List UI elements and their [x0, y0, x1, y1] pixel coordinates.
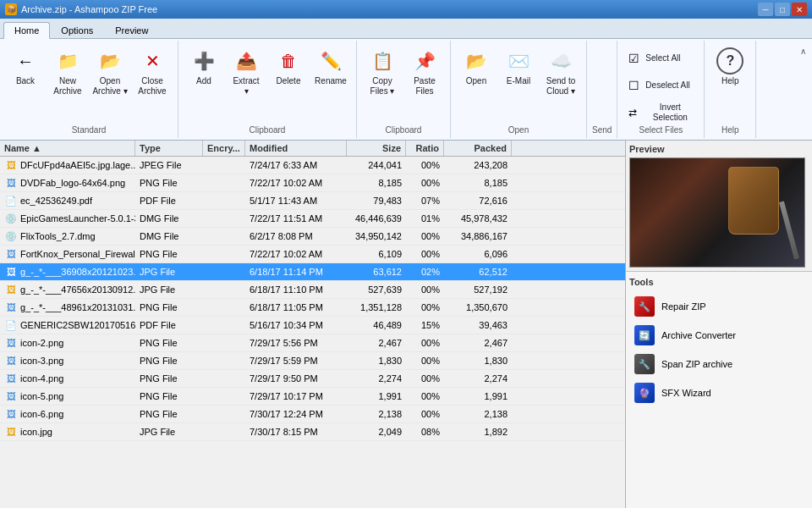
close-archive-button[interactable]: ✕ CloseArchive — [132, 44, 173, 100]
table-row[interactable]: 🖼 icon-6.png PNG File 7/30/17 12:24 PM 2… — [0, 406, 625, 423]
file-type-icon: 🖼 — [4, 407, 18, 421]
rename-button[interactable]: ✏️ Rename — [310, 44, 351, 100]
table-row[interactable]: 💿 FlixTools_2.7.dmg DMG File 6/2/17 8:08… — [0, 228, 625, 246]
clipboard-group-label: Clipboard — [250, 125, 286, 136]
collapse-ribbon-button[interactable]: ∧ — [795, 44, 810, 58]
table-row[interactable]: 🖼 icon-2.png PNG File 7/29/17 5:56 PM 2,… — [0, 334, 625, 352]
tab-preview[interactable]: Preview — [104, 22, 159, 38]
ribbon: ← Back 📁 NewArchive 📂 OpenArchive ▾ ✕ Cl… — [0, 39, 812, 141]
delete-label: Delete — [277, 76, 301, 86]
ribbon-group-select: ☑ Select All ☐ Deselect All ⇄ Invert Sel… — [617, 41, 705, 138]
tool-repair-zip[interactable]: 🔧 Repair ZIP — [629, 292, 809, 321]
main-area: Name ▲ Type Encry... Modified Size Ratio… — [0, 141, 812, 508]
file-type-icon: 🖼 — [4, 265, 18, 279]
file-ratio: 00% — [406, 336, 444, 350]
email-button[interactable]: ✉️ E-Mail — [498, 44, 539, 100]
paste-files-button[interactable]: 📌 PasteFiles — [404, 44, 445, 100]
minimize-button[interactable]: ─ — [758, 3, 773, 16]
file-modified: 6/18/17 11:14 PM — [245, 265, 347, 279]
ribbon-tabs: Home Options Preview — [0, 19, 812, 39]
col-header-modified[interactable]: Modified — [245, 141, 347, 156]
col-header-type[interactable]: Type — [135, 141, 203, 156]
preview-glass — [728, 167, 779, 235]
table-row[interactable]: 🖼 icon-4.png PNG File 7/29/17 9:50 PM 2,… — [0, 370, 625, 388]
tool-sfx-wizard[interactable]: 🔮 SFX Wizard — [629, 378, 809, 407]
tab-options[interactable]: Options — [50, 22, 104, 38]
table-row[interactable]: 📄 GENERIC2SBW120170516U... PDF File 5/16… — [0, 317, 625, 334]
file-size: 2,467 — [347, 336, 406, 350]
table-row[interactable]: 🖼 g_-_*-___36908x20121023... JPG File 6/… — [0, 263, 625, 281]
table-row[interactable]: 🖼 icon-5.png PNG File 7/29/17 10:17 PM 1… — [0, 388, 625, 406]
close-button[interactable]: ✕ — [792, 3, 807, 16]
file-name-cell: 🖼 icon.jpg — [0, 423, 135, 440]
file-packed: 1,991 — [444, 389, 512, 403]
file-name-cell: 🖼 icon-3.png — [0, 352, 135, 369]
file-name: g_-_*-___47656x20130912... — [20, 284, 135, 295]
table-row[interactable]: 🖼 g_-_*-___47656x20130912... JPG File 6/… — [0, 281, 625, 299]
tab-home[interactable]: Home — [3, 22, 50, 39]
delete-button[interactable]: 🗑 Delete — [268, 44, 309, 100]
file-size: 1,351,128 — [347, 301, 406, 314]
back-label: Back — [16, 76, 35, 86]
extract-button[interactable]: 📤 Extract▾ — [226, 44, 266, 100]
open-button[interactable]: 📂 Open — [456, 44, 497, 100]
send-to-cloud-label: Send toCloud ▾ — [546, 76, 575, 97]
col-header-encry[interactable]: Encry... — [203, 141, 245, 156]
table-row[interactable]: 🖼 DVDFab_logo-64x64.png PNG File 7/22/17… — [0, 174, 625, 192]
file-encry — [203, 341, 245, 345]
send-to-cloud-button[interactable]: ☁️ Send toCloud ▾ — [540, 44, 581, 100]
open-archive-button[interactable]: 📂 OpenArchive ▾ — [90, 44, 130, 100]
file-ratio: 07% — [406, 194, 444, 207]
invert-selection-button[interactable]: ⇄ Invert Selection — [623, 100, 699, 125]
repair-zip-label: Repair ZIP — [661, 301, 706, 312]
preview-image — [629, 157, 805, 268]
file-ratio: 00% — [406, 158, 444, 172]
table-row[interactable]: 🖼 icon.jpg JPG File 7/30/17 8:15 PM 2,04… — [0, 423, 625, 441]
col-header-packed[interactable]: Packed — [444, 141, 512, 156]
file-type: PNG File — [135, 372, 203, 385]
file-name-cell: 💿 EpicGamesLauncher-5.0.1-3... — [0, 210, 135, 227]
table-row[interactable]: 📄 ec_42536249.pdf PDF File 5/1/17 11:43 … — [0, 192, 625, 210]
file-name-cell: 🖼 g_-_*-___36908x20121023... — [0, 263, 135, 280]
file-encry — [203, 217, 245, 220]
copy-files-button[interactable]: 📋 CopyFiles ▾ — [362, 44, 403, 100]
help-button[interactable]: ? Help — [710, 44, 750, 100]
file-type-icon: 🖼 — [4, 176, 18, 190]
file-name-cell: 🖼 FortKnox_Personal_Firewall-6... — [0, 246, 135, 262]
file-name: icon-5.png — [20, 391, 63, 401]
select-all-button[interactable]: ☑ Select All — [623, 46, 699, 71]
archive-converter-icon: 🔄 — [634, 325, 655, 345]
file-name: icon-3.png — [20, 356, 63, 366]
file-type: PNG File — [135, 336, 203, 350]
tool-archive-converter[interactable]: 🔄 Archive Converter — [629, 321, 809, 350]
title-text: Archive.zip - Ashampoo ZIP Free — [21, 4, 157, 14]
file-encry — [203, 430, 245, 433]
table-row[interactable]: 💿 EpicGamesLauncher-5.0.1-3... DMG File … — [0, 210, 625, 228]
table-row[interactable]: 🖼 DFcUFpd4aAEI5c.jpg.lage... JPEG File 7… — [0, 157, 625, 174]
col-header-name[interactable]: Name ▲ — [0, 141, 135, 156]
table-row[interactable]: 🖼 FortKnox_Personal_Firewall-6... PNG Fi… — [0, 246, 625, 263]
tool-span-zip[interactable]: 🔧 Span ZIP archive — [629, 350, 809, 378]
maximize-button[interactable]: □ — [775, 3, 790, 16]
table-row[interactable]: 🖼 icon-3.png PNG File 7/29/17 5:59 PM 1,… — [0, 352, 625, 370]
deselect-all-button[interactable]: ☐ Deselect All — [623, 73, 699, 98]
tools-label: Tools — [629, 277, 809, 287]
title-bar-left: 📦 Archive.zip - Ashampoo ZIP Free — [5, 3, 157, 15]
file-name: icon-6.png — [20, 409, 63, 419]
ribbon-group-copypaste-items: 📋 CopyFiles ▾ 📌 PasteFiles — [362, 42, 445, 125]
preview-section: Preview — [626, 141, 812, 272]
file-packed: 2,467 — [444, 336, 512, 350]
file-packed: 1,892 — [444, 425, 512, 439]
file-type: PNG File — [135, 176, 203, 190]
new-archive-button[interactable]: 📁 NewArchive — [47, 44, 88, 100]
add-button[interactable]: ➕ Add — [184, 44, 224, 100]
col-header-size[interactable]: Size — [347, 141, 406, 156]
back-button[interactable]: ← Back — [5, 44, 46, 100]
extract-icon: 📤 — [233, 47, 260, 75]
file-name: icon-4.png — [20, 373, 63, 384]
table-row[interactable]: 🖼 g_-_*-___48961x20131031... PNG File 6/… — [0, 299, 625, 317]
invert-selection-label: Invert Selection — [644, 102, 696, 123]
file-type-icon: 🖼 — [4, 247, 18, 261]
file-list-scroll[interactable]: 🖼 DFcUFpd4aAEI5c.jpg.lage... JPEG File 7… — [0, 157, 625, 508]
col-header-ratio[interactable]: Ratio — [406, 141, 444, 156]
